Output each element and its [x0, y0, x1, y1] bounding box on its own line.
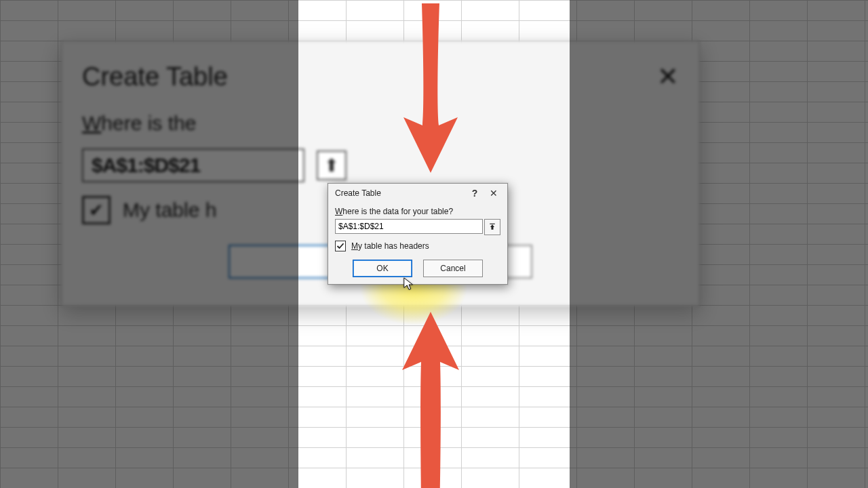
- dialog-titlebar: Create Table ? ✕: [328, 184, 507, 203]
- svg-rect-0: [490, 224, 495, 224]
- dim-overlay-right: [570, 0, 868, 488]
- collapse-dialog-icon: [488, 223, 496, 231]
- headers-checkbox[interactable]: [335, 241, 346, 251]
- dim-overlay-left: [0, 0, 298, 488]
- range-picker-button[interactable]: [484, 219, 500, 235]
- close-button[interactable]: ✕: [484, 186, 503, 201]
- ok-button[interactable]: OK: [353, 260, 412, 277]
- close-icon: ✕: [490, 188, 498, 199]
- dialog-prompt: Where is the data for your table?: [335, 207, 500, 216]
- range-input[interactable]: [335, 219, 483, 234]
- checkmark-icon: [336, 242, 344, 250]
- help-button[interactable]: ?: [465, 186, 484, 201]
- headers-checkbox-label: My table has headers: [351, 241, 429, 251]
- create-table-dialog: Create Table ? ✕ Where is the data for y…: [328, 183, 508, 285]
- dialog-title: Create Table: [335, 188, 465, 198]
- cancel-button[interactable]: Cancel: [423, 260, 483, 277]
- range-picker-icon: ⬆: [317, 150, 347, 180]
